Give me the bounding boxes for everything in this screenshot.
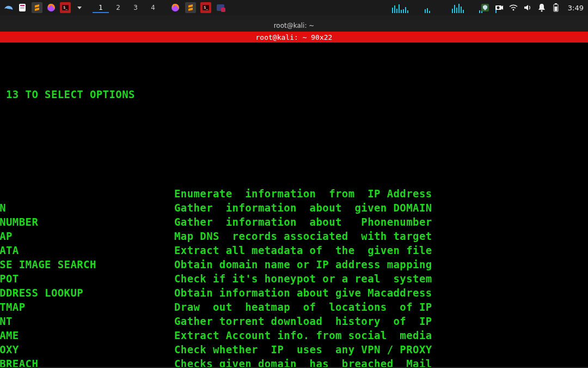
svg-rect-28 <box>463 10 464 13</box>
window-titlebar[interactable]: root@kali: ~ <box>0 20 588 32</box>
svg-point-34 <box>497 7 499 9</box>
option-desc: Extract Account info. from social media <box>174 328 432 342</box>
option-name: IPHEATMAP <box>0 300 174 314</box>
option-desc: Gather information about Phonenumber <box>174 215 432 229</box>
terminal-banner-text: root@kali: ~ 90x22 <box>256 33 333 41</box>
taskbar: $_ 1 2 3 4 $_ <box>0 0 588 15</box>
option-row: MAC ADDRESS LOOKUPObtain information abo… <box>0 286 588 300</box>
option-row: PHONENUMBERGather information about Phon… <box>0 215 588 229</box>
files-icon[interactable] <box>17 2 28 13</box>
clock[interactable]: 3:49 <box>566 4 584 12</box>
option-desc: Extract all metadata of the given file <box>174 243 432 257</box>
svg-rect-29 <box>479 10 480 13</box>
option-name: MAC ADDRESS LOOKUP <box>0 286 174 300</box>
option-name: TORRENT <box>0 314 174 328</box>
svg-rect-11 <box>221 8 225 12</box>
camera-icon[interactable] <box>495 3 504 12</box>
option-row: IPHEATMAPDraw out heatmap of locations o… <box>0 300 588 314</box>
option-name: IP <box>0 186 174 201</box>
svg-rect-13 <box>394 5 395 13</box>
terminal-icon[interactable]: $_ <box>60 2 71 13</box>
workspace-switcher: 1 2 3 4 <box>93 2 161 13</box>
svg-rect-3 <box>20 8 24 9</box>
screenshot-tool-icon[interactable] <box>216 2 226 13</box>
shield-icon[interactable] <box>481 3 489 12</box>
option-row: TORRENTGather torrent download history o… <box>0 314 588 328</box>
running-apps: $_ <box>170 2 226 13</box>
launcher-apps: $_ <box>0 2 85 13</box>
volume-icon[interactable] <box>523 3 532 12</box>
notifications-icon[interactable] <box>537 3 546 12</box>
svg-rect-19 <box>407 10 408 13</box>
sublime-running-icon[interactable] <box>185 2 196 13</box>
svg-rect-18 <box>405 7 406 13</box>
svg-rect-2 <box>20 7 24 8</box>
window-title: root@kali: ~ <box>274 22 315 29</box>
option-desc: Gather torrent download history of IP <box>174 314 432 328</box>
workspace-1[interactable]: 1 <box>93 2 109 13</box>
svg-rect-23 <box>452 9 453 13</box>
system-tray: 3:49 <box>481 0 584 15</box>
option-row: METADATAExtract all metadata of the give… <box>0 243 588 257</box>
svg-rect-17 <box>403 9 404 13</box>
svg-point-36 <box>541 10 542 12</box>
option-row: DOMAINGather information about given DOM… <box>0 201 588 215</box>
options-menu: IPEnumerate information from IP AddressD… <box>0 186 588 367</box>
option-desc: Check if it's honeypot or a real system <box>174 272 432 286</box>
svg-rect-1 <box>20 5 24 6</box>
option-name: HONEYPOT <box>0 272 174 286</box>
option-desc: Gather information about given DOMAIN <box>174 201 432 215</box>
svg-rect-39 <box>554 7 557 11</box>
option-row: REVERSE IMAGE SEARCHObtain domain name o… <box>0 257 588 272</box>
option-name: IP2PROXY <box>0 342 174 357</box>
svg-rect-27 <box>461 7 462 13</box>
svg-rect-22 <box>429 11 430 13</box>
svg-rect-25 <box>456 8 457 13</box>
option-name: USERNAME <box>0 328 174 342</box>
svg-rect-15 <box>399 4 400 13</box>
svg-text:$_: $_ <box>204 5 208 10</box>
option-desc: Checks given domain has breached Mail <box>174 357 432 367</box>
kali-menu-icon[interactable] <box>3 2 14 13</box>
svg-point-35 <box>512 9 514 11</box>
option-row: HONEYPOTCheck if it's honeypot or a real… <box>0 272 588 286</box>
firefox-running-icon[interactable] <box>170 2 181 13</box>
option-name: METADATA <box>0 243 174 257</box>
sublime-icon[interactable] <box>32 2 42 13</box>
terminal-running-icon[interactable]: $_ <box>200 2 211 13</box>
terminal-window: root@kali: ~ root@kali: ~ 90x22 R 0 - 13… <box>0 20 588 367</box>
option-desc: Obtain information about give Macaddress <box>174 286 432 300</box>
option-row: MAIL BREACHChecks given domain has breac… <box>0 357 588 367</box>
terminal-banner: root@kali: ~ 90x22 <box>0 32 588 43</box>
workspace-2[interactable]: 2 <box>110 2 126 13</box>
option-desc: Draw out heatmap of locations of IP <box>174 300 432 314</box>
option-desc: Obtain domain name or IP address mapping <box>174 257 432 272</box>
option-desc: Map DNS records associated with target <box>174 229 432 243</box>
option-desc: Enumerate information from IP Address <box>174 186 432 201</box>
svg-rect-16 <box>401 10 402 13</box>
option-row: USERNAMEExtract Account info. from socia… <box>0 328 588 342</box>
option-row: IP2PROXYCheck whether IP uses any VPN / … <box>0 342 588 357</box>
option-name: PHONENUMBER <box>0 215 174 229</box>
terminal-body[interactable]: R 0 - 13 TO SELECT OPTIONS IPEnumerate i… <box>0 43 588 367</box>
svg-text:$_: $_ <box>63 5 68 10</box>
battery-icon[interactable] <box>552 3 560 12</box>
option-name: DOMAIN <box>0 201 174 215</box>
wifi-icon[interactable] <box>509 3 518 12</box>
dropdown-icon[interactable] <box>74 2 85 13</box>
option-name: DNS MAP <box>0 229 174 243</box>
svg-rect-24 <box>454 5 455 13</box>
option-row: DNS MAPMap DNS records associated with t… <box>0 229 588 243</box>
option-name: REVERSE IMAGE SEARCH <box>0 257 174 272</box>
option-row: IPEnumerate information from IP Address <box>0 186 588 201</box>
instruction-line: R 0 - 13 TO SELECT OPTIONS <box>0 87 588 101</box>
svg-rect-20 <box>425 9 426 13</box>
svg-rect-21 <box>427 8 428 13</box>
option-desc: Check whether IP uses any VPN / PROXY <box>174 342 432 357</box>
workspace-3[interactable]: 3 <box>127 2 144 13</box>
workspace-4[interactable]: 4 <box>145 2 161 13</box>
svg-rect-12 <box>392 8 393 13</box>
firefox-icon[interactable] <box>46 2 57 13</box>
option-name: MAIL BREACH <box>0 357 174 367</box>
svg-rect-26 <box>458 4 460 13</box>
